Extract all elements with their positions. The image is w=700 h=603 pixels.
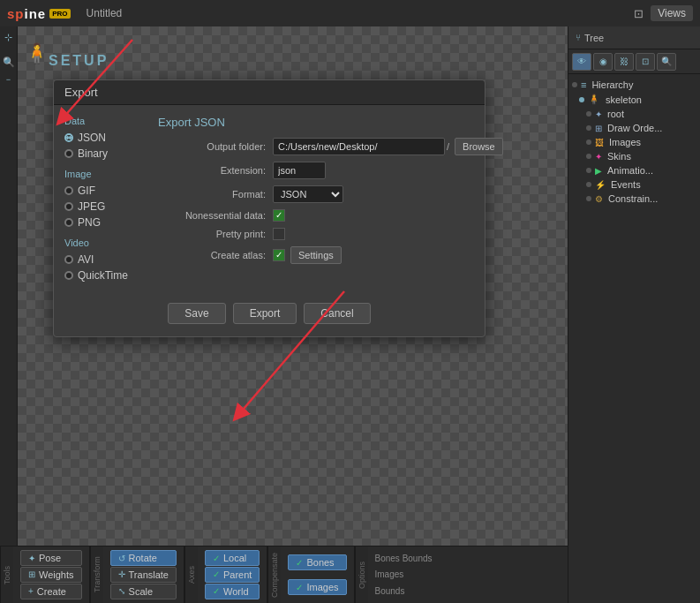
quicktime-radio[interactable]: QuickTime: [64, 268, 144, 283]
weights-button[interactable]: ⊞ Weights: [20, 567, 82, 583]
bones-compensate-label: Bones: [306, 557, 334, 568]
export-dialog-title: Export: [64, 86, 98, 99]
rotate-button[interactable]: ↺ Rotate: [110, 550, 177, 566]
output-folder-input[interactable]: [273, 138, 445, 155]
pose-button[interactable]: ✦ Pose: [20, 550, 82, 566]
tool-zoom-icon[interactable]: 🔍: [2, 55, 16, 69]
images-compensate-button[interactable]: ✓ Images: [288, 579, 346, 595]
tool-zoom-out-icon[interactable]: −: [2, 72, 16, 87]
png-radio-indicator: [64, 218, 73, 227]
avi-label: AVI: [78, 253, 94, 266]
browse-button[interactable]: Browse: [455, 138, 503, 155]
translate-button[interactable]: ✛ Translate: [110, 567, 177, 583]
tree-item-skins[interactable]: ✦ Skins: [568, 149, 700, 163]
jpeg-radio-indicator: [64, 202, 73, 211]
tree-anim-label: Animatio...: [607, 165, 653, 176]
nonessential-checkbox[interactable]: ✓: [273, 209, 285, 222]
views-button[interactable]: Views: [651, 5, 693, 21]
pretty-print-checkbox[interactable]: [273, 228, 285, 240]
png-radio[interactable]: PNG: [64, 215, 144, 230]
bones-compensate-button[interactable]: ✓ Bones: [288, 554, 346, 570]
app-title: Untitled: [87, 7, 123, 19]
tree-tool-eye[interactable]: 👁: [572, 53, 591, 71]
create-button[interactable]: + Create: [20, 584, 82, 599]
pretty-print-row: Pretty print:: [158, 228, 503, 240]
png-label: PNG: [78, 216, 101, 229]
rotate-label: Rotate: [129, 553, 157, 563]
weights-icon: ⊞: [28, 569, 35, 579]
json-radio[interactable]: JSON: [64, 130, 144, 146]
tree-tool-circle[interactable]: ◉: [593, 53, 613, 71]
pretty-print-label: Pretty print:: [158, 229, 273, 239]
quicktime-radio-indicator: [64, 271, 73, 280]
format-label: Format:: [158, 189, 273, 200]
options-section-label: Options: [355, 546, 368, 603]
weights-label: Weights: [39, 569, 74, 580]
tree-item-hierarchy[interactable]: ≡ Hierarchy: [568, 78, 700, 92]
logo-pro: PRO: [49, 9, 70, 19]
local-label: Local: [223, 553, 246, 563]
tools-section-label: Tools: [0, 546, 13, 603]
local-check-icon: ✓: [213, 554, 220, 563]
transform-section-label: Transform: [90, 546, 103, 603]
tree-root-icon: ✦: [595, 109, 602, 119]
extension-row: Extension:: [158, 162, 503, 179]
canvas-area[interactable]: 🧍 SETUP Export: [18, 26, 568, 603]
create-atlas-row: Create atlas: ✓ Settings: [158, 246, 503, 264]
tree-visibility-dot-events: [586, 182, 591, 187]
save-button[interactable]: Save: [168, 303, 225, 324]
create-label: Create: [37, 586, 66, 597]
images-compensate-label: Images: [306, 582, 338, 592]
local-button[interactable]: ✓ Local: [205, 550, 260, 566]
tree-item-events[interactable]: ⚡ Events: [568, 177, 700, 192]
bones-check-icon: ✓: [296, 558, 303, 568]
tree-item-skeleton[interactable]: 🧍 skeleton: [568, 92, 700, 107]
atlas-settings-button[interactable]: Settings: [290, 246, 342, 264]
pose-label: Pose: [39, 553, 61, 563]
tool-move-icon[interactable]: ⊹: [2, 30, 16, 44]
tree-events-icon: ⚡: [595, 180, 606, 190]
tree-item-images[interactable]: 🖼 Images: [568, 135, 700, 149]
tree-tool-box[interactable]: ⊡: [636, 53, 655, 71]
parent-label: Parent: [223, 569, 252, 580]
tree-item-constraints[interactable]: ⚙ Constrain...: [568, 192, 700, 206]
jpeg-radio[interactable]: JPEG: [64, 199, 144, 215]
tree-tool-link[interactable]: ⛓: [614, 53, 634, 71]
tree-item-draw-order[interactable]: ⊞ Draw Orde...: [568, 121, 700, 135]
cancel-button[interactable]: Cancel: [304, 303, 370, 324]
world-button[interactable]: ✓ World: [205, 584, 260, 599]
create-atlas-checkbox[interactable]: ✓: [273, 249, 285, 261]
export-button[interactable]: Export: [233, 303, 297, 324]
topbar-right: ⊡ Views: [634, 5, 693, 21]
parent-button[interactable]: ✓ Parent: [205, 567, 260, 583]
json-radio-indicator: [64, 133, 73, 142]
image-category-label: Image: [64, 169, 144, 179]
scale-label: Scale: [129, 586, 154, 597]
quicktime-label: QuickTime: [78, 269, 128, 282]
left-tools-panel: ⊹ 🔍 −: [0, 26, 18, 603]
output-folder-suffix: /: [447, 141, 449, 152]
tree-visibility-dot-root: [586, 111, 591, 117]
tree-panel: ⑂ Tree 👁 ◉ ⛓ ⊡ 🔍 ≡ Hierarchy 🧍 skeleton: [568, 26, 700, 603]
gif-label: GIF: [78, 185, 95, 197]
format-select[interactable]: JSON: [273, 185, 343, 203]
json-label: JSON: [78, 132, 106, 144]
binary-radio[interactable]: Binary: [64, 146, 144, 162]
tree-skeleton-icon: 🧍: [588, 94, 600, 105]
extension-label: Extension:: [158, 165, 273, 176]
tree-visibility-dot-images: [586, 139, 591, 145]
axes-section: ✓ Local ✓ Parent ✓ World: [198, 546, 267, 603]
tree-item-animations[interactable]: ▶ Animatio...: [568, 163, 700, 177]
tree-item-root[interactable]: ✦ root: [568, 107, 700, 121]
options-section: Bones Bounds Images Bounds: [368, 546, 440, 603]
monitor-icon[interactable]: ⊡: [634, 7, 644, 20]
scale-button[interactable]: ⤡ Scale: [110, 584, 177, 599]
images-check-icon: ✓: [296, 583, 303, 592]
tree-visibility-dot-skeleton: [579, 97, 584, 102]
avi-radio[interactable]: AVI: [64, 252, 144, 268]
tree-tool-search[interactable]: 🔍: [657, 53, 676, 71]
gif-radio[interactable]: GIF: [64, 183, 144, 199]
tree-images-label: Images: [609, 137, 641, 147]
export-json-title: Export JSON: [158, 116, 503, 129]
extension-input[interactable]: [273, 162, 326, 179]
